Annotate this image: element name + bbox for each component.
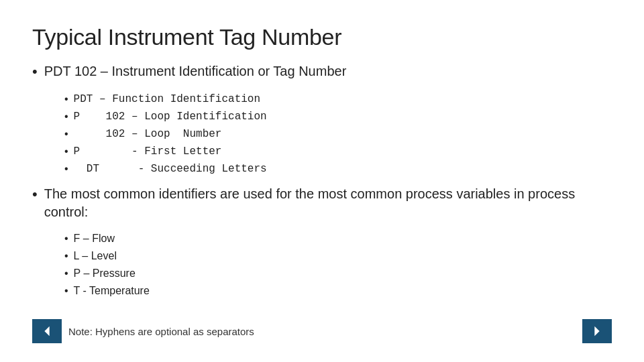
note-right [582, 319, 612, 343]
prev-icon [40, 324, 54, 339]
sub-bullet-1-3: • 102 – Loop Number [64, 126, 612, 142]
next-icon [590, 324, 604, 339]
next-button[interactable] [582, 319, 612, 343]
note-left: Note: Hyphens are optional as separators [32, 319, 254, 343]
sub-bullet-1-1: • PDT – Function Identification [64, 91, 612, 107]
sub-1-3-desc: – Loop Number [131, 128, 221, 140]
sub-bullets-2: • F – Flow • L – Level • P – Pressure • … [64, 231, 612, 299]
sub-1-5-label: DT [74, 163, 99, 175]
sub-bullets-1: • PDT – Function Identification • P 102 … [64, 91, 612, 177]
prev-button[interactable] [32, 319, 62, 343]
sub-bullet-2-2: • L – Level [64, 248, 612, 264]
svg-marker-0 [44, 326, 49, 337]
sub-1-2-label: P 102 [74, 111, 125, 123]
main-bullet-1-text: PDT 102 – Instrument Identification or T… [44, 62, 347, 80]
bullet-dot-1: • [32, 62, 38, 82]
main-bullet-2: • The most common identifiers are used f… [32, 185, 612, 221]
sub-bullet-1-4: • P - First Letter [64, 143, 612, 160]
sub-1-1-label: PDT [74, 93, 93, 105]
slide-title: Typical Instrument Tag Number [32, 24, 612, 50]
svg-marker-1 [594, 326, 599, 337]
sub-bullet-2-4: • T - Temperature [64, 283, 612, 299]
sub-1-5-desc: - Succeeding Letters [138, 163, 267, 175]
sub-bullet-2-1: • F – Flow [64, 231, 612, 247]
main-bullet-2-text: The most common identifiers are used for… [44, 185, 612, 221]
sub-1-2-desc: – Loop Identification [131, 111, 267, 123]
bullet-dot-2: • [32, 185, 38, 204]
note-area: Note: Hyphens are optional as separators [32, 319, 612, 343]
main-bullet-1: • PDT 102 – Instrument Identification or… [32, 62, 612, 82]
sub-1-4-label: P [74, 145, 80, 158]
sub-1-4-desc: - First Letter [131, 145, 221, 158]
sub-bullet-1-2: • P 102 – Loop Identification [64, 109, 612, 125]
note-text: Note: Hyphens are optional as separators [68, 326, 254, 337]
sub-bullet-2-3: • P – Pressure [64, 265, 612, 282]
sub-bullet-1-5: • DT - Succeeding Letters [64, 161, 612, 177]
sub-1-1-desc: – Function Identification [99, 93, 260, 105]
sub-1-3-label: 102 [74, 128, 125, 140]
slide: Typical Instrument Tag Number • PDT 102 … [0, 0, 644, 362]
